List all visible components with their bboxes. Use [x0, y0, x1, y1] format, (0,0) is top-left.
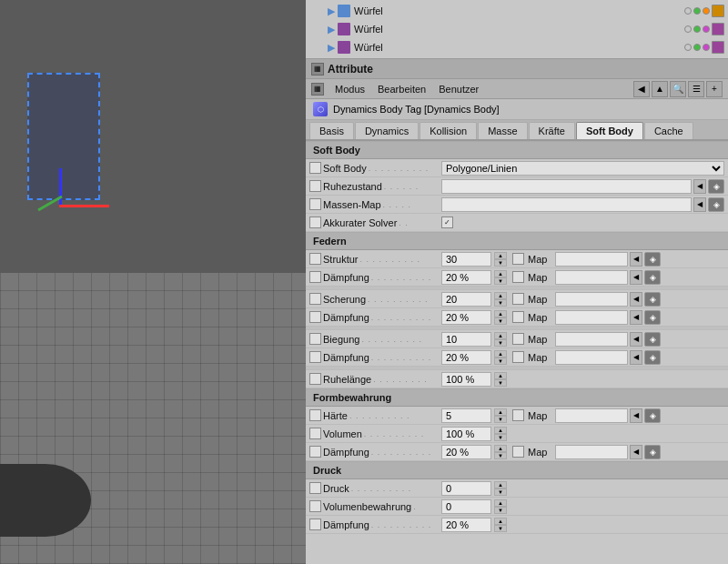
biegung-map-input[interactable]	[555, 332, 628, 347]
daempfung3-spin-up[interactable]: ▲	[494, 350, 507, 358]
tab-dynamics[interactable]: Dynamics	[355, 122, 419, 139]
menu-btn[interactable]: ☰	[688, 81, 704, 97]
daempfung2-spinner[interactable]: ▲ ▼	[494, 310, 507, 325]
daempfung2-map-btn[interactable]: ◈	[644, 310, 661, 325]
scherung-spin-up[interactable]: ▲	[494, 292, 507, 299]
haerte-spin-up[interactable]: ▲	[494, 408, 507, 416]
tab-kollision[interactable]: Kollision	[420, 122, 477, 139]
biegung-spin-down[interactable]: ▼	[494, 339, 507, 347]
biegung-map-arrow[interactable]: ◀	[630, 332, 642, 347]
scherung-map-arrow[interactable]: ◀	[630, 292, 642, 307]
haerte-map-input[interactable]	[555, 408, 628, 423]
file-row[interactable]: ▶ Würfel	[306, 38, 728, 56]
daempfung2-input[interactable]	[441, 310, 491, 325]
volumenbewahrung-spin-up[interactable]: ▲	[494, 499, 507, 507]
druck-spin-down[interactable]: ▼	[494, 488, 507, 496]
ruhlaenge-spin-up[interactable]: ▲	[494, 372, 507, 379]
tab-masse[interactable]: Masse	[478, 122, 527, 139]
scherung-map-input[interactable]	[555, 292, 628, 307]
daempfung1-map-input[interactable]	[555, 270, 628, 285]
struktur-map-input[interactable]	[555, 252, 628, 267]
daempfung3-map-arrow[interactable]: ◀	[630, 350, 642, 365]
struktur-map-checkbox[interactable]	[512, 253, 524, 265]
daempfung4-spin-up[interactable]: ▲	[494, 445, 507, 452]
daempfung3-map-input[interactable]	[555, 350, 628, 365]
struktur-map-arrow[interactable]: ◀	[630, 252, 642, 267]
bearbeiten-button[interactable]: Bearbeiten	[372, 83, 431, 96]
daempfung4-map-input[interactable]	[555, 445, 628, 459]
daempfung4-map-btn[interactable]: ◈	[644, 445, 661, 459]
volumen-spin-down[interactable]: ▼	[494, 434, 507, 441]
biegung-input[interactable]	[441, 332, 491, 347]
softbody-checkbox[interactable]	[309, 162, 321, 174]
search-btn[interactable]: 🔍	[670, 81, 686, 97]
daempfung2-spin-up[interactable]: ▲	[494, 310, 507, 317]
up-btn[interactable]: ▲	[652, 81, 668, 97]
daempfung2-spin-down[interactable]: ▼	[494, 317, 507, 325]
struktur-input[interactable]	[441, 252, 491, 267]
ruhlaenge-spinner[interactable]: ▲ ▼	[494, 372, 507, 387]
ruhezustand-checkbox[interactable]	[309, 180, 321, 192]
massenmap-input[interactable]	[441, 197, 692, 212]
daempfung2-map-input[interactable]	[555, 310, 628, 325]
struktur-map-btn[interactable]: ◈	[644, 252, 661, 267]
haerte-checkbox[interactable]	[309, 409, 321, 421]
daempfung4-map-arrow[interactable]: ◀	[630, 445, 642, 459]
volumenbewahrung-spin-down[interactable]: ▼	[494, 507, 507, 514]
volumen-input[interactable]	[441, 427, 491, 441]
tab-cache[interactable]: Cache	[644, 122, 693, 139]
massenmap-arrow[interactable]: ◀	[693, 197, 706, 212]
biegung-map-checkbox[interactable]	[512, 333, 524, 345]
daempfung4-checkbox[interactable]	[309, 446, 321, 458]
struktur-spin-down[interactable]: ▼	[494, 259, 507, 267]
daempfung5-checkbox[interactable]	[309, 519, 321, 530]
daempfung1-map-checkbox[interactable]	[512, 271, 524, 283]
daempfung4-map-checkbox[interactable]	[512, 446, 524, 458]
volumen-spinner[interactable]: ▲ ▼	[494, 427, 507, 441]
modus-button[interactable]: Modus	[329, 83, 370, 96]
daempfung4-spinner[interactable]: ▲ ▼	[494, 445, 507, 459]
druck-spinner[interactable]: ▲ ▼	[494, 481, 507, 496]
volumenbewahrung-checkbox[interactable]	[309, 500, 321, 512]
daempfung3-spin-down[interactable]: ▼	[494, 358, 507, 365]
tab-kraefte[interactable]: Kräfte	[529, 122, 575, 139]
daempfung4-input[interactable]	[441, 445, 491, 459]
daempfung4-spin-down[interactable]: ▼	[494, 452, 507, 459]
daempfung1-checkbox[interactable]	[309, 271, 321, 283]
scherung-spinner[interactable]: ▲ ▼	[494, 292, 507, 307]
viewport[interactable]	[0, 0, 306, 564]
struktur-spinner[interactable]: ▲ ▼	[494, 252, 507, 267]
scherung-map-btn[interactable]: ◈	[644, 292, 661, 307]
akkurater-checkbox[interactable]	[309, 217, 321, 228]
haerte-input[interactable]	[441, 408, 491, 423]
volumen-checkbox[interactable]	[309, 428, 321, 439]
daempfung5-spinner[interactable]: ▲ ▼	[494, 518, 507, 532]
scherung-spin-down[interactable]: ▼	[494, 299, 507, 307]
ruhezustand-map[interactable]: ◈	[708, 179, 724, 194]
struktur-checkbox[interactable]	[309, 253, 321, 265]
add-btn[interactable]: +	[706, 81, 723, 97]
tab-softbody[interactable]: Soft Body	[576, 122, 643, 139]
haerte-map-btn[interactable]: ◈	[644, 408, 661, 423]
back-btn[interactable]: ◀	[633, 81, 650, 97]
daempfung5-input[interactable]	[441, 518, 491, 532]
daempfung5-spin-up[interactable]: ▲	[494, 518, 507, 525]
biegung-spinner[interactable]: ▲ ▼	[494, 332, 507, 347]
file-row[interactable]: ▶ Würfel	[306, 2, 728, 20]
daempfung1-spin-down[interactable]: ▼	[494, 277, 507, 285]
scherung-input[interactable]	[441, 292, 491, 307]
daempfung3-checkbox[interactable]	[309, 351, 321, 363]
daempfung1-spin-up[interactable]: ▲	[494, 270, 507, 277]
scherung-checkbox[interactable]	[309, 293, 321, 305]
druck-checkbox[interactable]	[309, 482, 321, 494]
daempfung1-input[interactable]	[441, 270, 491, 285]
biegung-spin-up[interactable]: ▲	[494, 332, 507, 339]
massenmap-checkbox[interactable]	[309, 198, 321, 210]
daempfung2-map-checkbox[interactable]	[512, 311, 524, 323]
daempfung3-spinner[interactable]: ▲ ▼	[494, 350, 507, 365]
softbody-select[interactable]: Polygone/Linien	[441, 161, 724, 176]
daempfung3-map-checkbox[interactable]	[512, 351, 524, 363]
volumenbewahrung-spinner[interactable]: ▲ ▼	[494, 499, 507, 514]
haerte-spin-down[interactable]: ▼	[494, 416, 507, 423]
ruhlaenge-spin-down[interactable]: ▼	[494, 379, 507, 387]
